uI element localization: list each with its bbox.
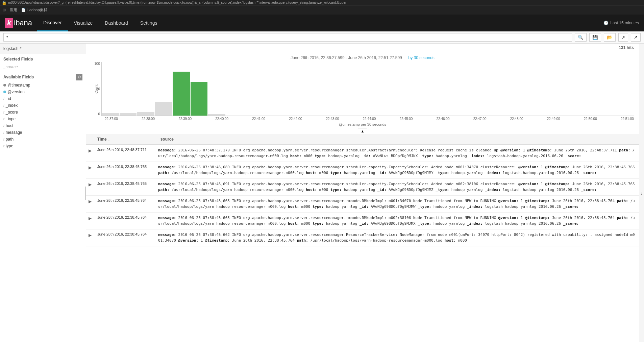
bar-12[interactable] [315, 115, 332, 116]
bar-22[interactable] [492, 115, 510, 116]
nav-visualize[interactable]: Visualize [68, 15, 99, 31]
nav-discover[interactable]: Discover [37, 15, 68, 31]
source-cell-3: message: 2016-06-26 07:38:45,665 INFO or… [155, 196, 639, 213]
bar-18[interactable] [421, 115, 439, 116]
bar-21[interactable] [475, 115, 492, 116]
bar-11[interactable] [297, 115, 314, 116]
row-expand-button[interactable]: ▶ [88, 198, 92, 204]
bar-1[interactable] [120, 113, 137, 116]
y-label-100: 100 [94, 62, 100, 66]
time-label[interactable]: Last 15 minutes [610, 21, 639, 25]
field-type[interactable]: t _type [0, 116, 86, 122]
field-path[interactable]: t path [0, 136, 86, 143]
field-type-t: t [3, 117, 4, 121]
table-row: ▶June 26th 2016, 22:38:45.765message: 20… [86, 162, 639, 179]
sidebar: logstash-* Selected Fields _source Avail… [0, 44, 86, 342]
row-expand-button[interactable]: ▶ [88, 215, 92, 221]
bar-20[interactable] [457, 115, 474, 116]
url-bar: 🔒 m000:5601/app/kibana#/discover?_g=(ref… [0, 0, 644, 5]
time-cell-1: June 26th 2016, 22:38:45.765 [94, 162, 155, 179]
time-cell-0: June 26th 2016, 22:48:37.711 [94, 145, 155, 162]
bar-29[interactable] [617, 115, 634, 116]
row-expand-button[interactable]: ▶ [88, 148, 92, 154]
share-button[interactable]: ↗ [618, 33, 628, 42]
source-cell-1: message: 2016-06-26 07:38:45,689 INFO or… [155, 162, 639, 179]
bar-7[interactable] [226, 115, 243, 116]
search-input[interactable] [3, 33, 572, 42]
row-expand-button[interactable]: ▶ [88, 165, 92, 171]
fields-gear-button[interactable]: ⚙ [76, 74, 82, 80]
bar-26[interactable] [564, 115, 581, 116]
bar-6[interactable] [208, 114, 225, 116]
bar-4[interactable] [173, 72, 190, 116]
chart-toggle: ▲ [91, 128, 634, 134]
bar-19[interactable] [439, 115, 456, 116]
chart-interval-link[interactable]: by 30 seconds [408, 55, 434, 60]
x-axis-label: @timestamp per 30 seconds [91, 122, 634, 126]
main-layout: logstash-* Selected Fields _source Avail… [0, 44, 644, 342]
field-version[interactable]: @version [0, 89, 86, 95]
bar-9[interactable] [262, 115, 279, 116]
new-search-button[interactable]: ↗ [631, 33, 641, 42]
logo-k: k [5, 18, 13, 28]
index-selector[interactable]: logstash-* [0, 44, 86, 54]
field-type2[interactable]: t type [0, 143, 86, 149]
right-panel-toggle[interactable]: › [639, 44, 644, 342]
nav-settings[interactable]: Settings [134, 15, 164, 31]
bar-14[interactable] [350, 115, 368, 116]
bar-16[interactable] [386, 115, 403, 116]
bar-27[interactable] [581, 115, 598, 116]
time-cell-3: June 26th 2016, 22:38:45.764 [94, 196, 155, 213]
source-field[interactable]: _source [0, 63, 86, 71]
row-expand-button[interactable]: ▶ [88, 232, 92, 238]
count-label: Count [95, 84, 98, 94]
bar-28[interactable] [599, 115, 616, 116]
x-axis: 22:37:00 22:38:00 22:39:00 22:40:00 22:4… [91, 117, 634, 121]
load-search-button[interactable]: 📂 [604, 33, 616, 42]
field-index[interactable]: t _index [0, 102, 86, 109]
app-bar: ⊞ 应用 📄 Hadoop集群 [0, 5, 644, 15]
time-col-header[interactable]: Time ↓ [94, 134, 155, 145]
field-type-t: t [3, 124, 4, 128]
bar-24[interactable] [528, 115, 545, 116]
field-type-icon [3, 84, 6, 87]
chart-collapse-button[interactable]: ▲ [358, 128, 368, 134]
time-cell-5: June 26th 2016, 22:38:45.764 [94, 229, 155, 246]
bar-0[interactable] [102, 113, 119, 116]
bar-3[interactable] [155, 102, 172, 116]
secure-icon: 🔒 [2, 0, 7, 5]
bar-25[interactable] [546, 115, 563, 116]
bar-2[interactable] [137, 112, 154, 116]
histogram-bars[interactable] [101, 62, 634, 116]
hits-bar: 131 hits [86, 44, 639, 52]
header-row: Time ↓ _source [86, 134, 639, 145]
grid-icon[interactable]: ⊞ [3, 8, 6, 12]
bar-23[interactable] [510, 115, 527, 116]
bar-8[interactable] [244, 115, 261, 116]
logo-text: ibana [14, 19, 32, 27]
field-timestamp[interactable]: @timestamp [0, 82, 86, 89]
bar-10[interactable] [279, 115, 297, 116]
kibana-logo: k ibana [0, 15, 37, 31]
field-type-t: t [3, 131, 4, 135]
row-expand-button[interactable]: ▶ [88, 181, 92, 188]
field-id[interactable]: t _id [0, 95, 86, 102]
field-score[interactable]: t _score [0, 109, 86, 116]
search-button[interactable]: 🔍 [575, 33, 587, 42]
field-message[interactable]: t message [0, 129, 86, 136]
field-host[interactable]: t host [0, 122, 86, 129]
nav-dashboard[interactable]: Dashboard [99, 15, 134, 31]
bars-area: Count [101, 62, 634, 116]
save-search-button[interactable]: 💾 [589, 33, 601, 42]
y-label-0: 0 [98, 112, 100, 116]
source-cell-4: message: 2016-06-26 07:38:45,665 INFO or… [155, 213, 639, 229]
bar-15[interactable] [368, 115, 385, 116]
content-wrapper: 131 hits June 26th 2016, 22:36:27.599 - … [86, 44, 639, 342]
favicon-icon: 📄 [21, 8, 25, 12]
bar-13[interactable] [332, 115, 350, 116]
table-row: ▶June 26th 2016, 22:38:45.764message: 20… [86, 196, 639, 213]
expand-col-header [86, 134, 94, 145]
bar-17[interactable] [404, 115, 421, 116]
field-type-t: t [3, 138, 4, 141]
bar-5[interactable] [191, 82, 208, 116]
